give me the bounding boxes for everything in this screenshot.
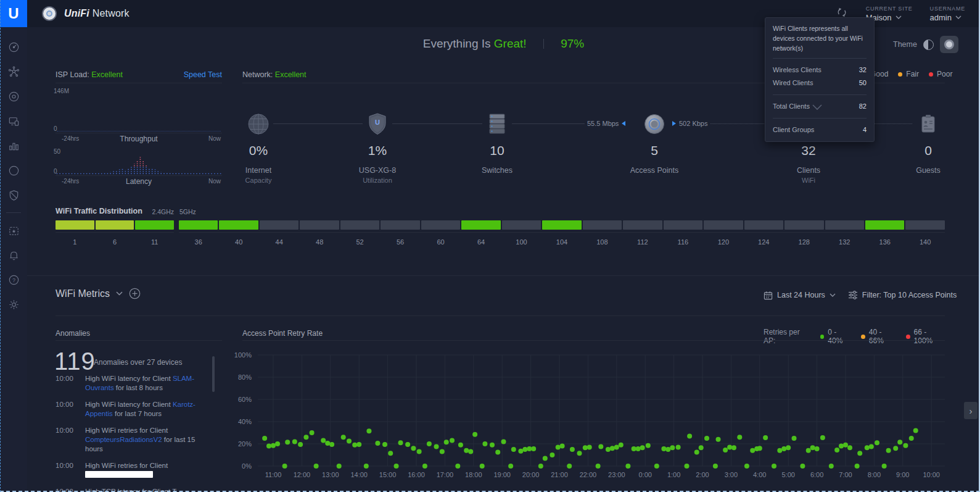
gateway-shield-icon[interactable]: U <box>364 110 391 138</box>
switch-stack-icon[interactable] <box>484 110 511 138</box>
svg-text:19:00: 19:00 <box>493 471 511 478</box>
rate-in-value: 55.5 Mbps <box>587 120 619 127</box>
logo-letter: U <box>8 5 19 22</box>
node-sublabel: Capacity <box>215 177 302 184</box>
anomaly-row: 10:00High WiFi retries for Client Compte… <box>56 426 211 454</box>
access-point-logo-icon <box>42 6 57 21</box>
channel-60: 60 <box>421 220 460 246</box>
status-divider <box>543 39 544 49</box>
sidebar-item-map[interactable] <box>0 158 27 183</box>
band-5g-label: 5GHz <box>179 208 196 215</box>
throughput-ymax: 146M <box>54 88 69 94</box>
legend-dot <box>929 72 933 77</box>
anomaly-row: 10:00High WiFi retries for Client <box>56 461 211 480</box>
channel-116: 116 <box>664 220 702 246</box>
sidebar-item-events[interactable] <box>0 218 27 243</box>
theme-dark-button[interactable] <box>940 36 958 53</box>
channel-104: 104 <box>542 220 581 246</box>
svg-text:20:00: 20:00 <box>522 471 540 478</box>
wifi-traffic-title: WiFi Traffic Distribution <box>56 207 142 215</box>
svg-text:5:00: 5:00 <box>781 471 794 478</box>
y-tick: 60% <box>220 396 252 403</box>
access-point-icon[interactable] <box>641 110 668 138</box>
chevron-down-icon <box>896 15 902 19</box>
svg-text:7:00: 7:00 <box>839 471 852 478</box>
channel-52: 52 <box>340 220 379 246</box>
svg-text:3:00: 3:00 <box>725 471 738 478</box>
sidebar-item-dashboard[interactable] <box>0 35 27 59</box>
legend-dot <box>861 335 865 339</box>
svg-text:?: ? <box>12 277 15 283</box>
sidebar-item-statistics[interactable] <box>0 133 27 158</box>
channel-112: 112 <box>623 220 662 246</box>
quality-legend: GoodFairPoor <box>862 70 952 78</box>
add-widget-icon[interactable] <box>129 288 141 299</box>
ap-filter-value: Filter: Top 10 Access Points <box>862 291 957 299</box>
internet-globe-icon[interactable] <box>245 110 272 138</box>
isp-load-header: ISP Load: Excellent <box>56 70 123 79</box>
sidebar-item-insights[interactable] <box>0 183 27 207</box>
sidebar-item-topology[interactable] <box>0 59 27 84</box>
time-range-selector[interactable]: Last 24 Hours <box>764 291 836 300</box>
svg-text:18:00: 18:00 <box>465 471 482 478</box>
rate-out-value: 502 Kbps <box>679 120 707 127</box>
theme-light-icon[interactable] <box>923 40 934 50</box>
legend-item: 40 - 66% <box>861 328 896 345</box>
brand: UniFi Network <box>42 0 130 27</box>
channel-36: 36 <box>179 220 218 246</box>
theme-control: Theme <box>893 36 958 53</box>
svg-text:22:00: 22:00 <box>580 471 597 478</box>
chevron-down-icon <box>830 293 836 297</box>
network-title: Network: <box>242 70 273 79</box>
tooltip-row: Wireless Clients 32 <box>773 64 867 77</box>
sidebar-item-alerts[interactable] <box>0 243 27 267</box>
node-label: Internet <box>215 166 302 175</box>
sidebar-item-help[interactable]: ? <box>0 267 27 292</box>
node-label: Access Points <box>611 166 698 175</box>
ap-upload-rate: 502 Kbps <box>672 120 707 127</box>
channel-108: 108 <box>583 220 622 246</box>
sidebar-item-devices[interactable] <box>0 84 27 109</box>
channel-124: 124 <box>744 220 783 246</box>
svg-text:11:00: 11:00 <box>265 471 282 478</box>
svg-text:17:00: 17:00 <box>437 471 454 478</box>
channel-44: 44 <box>260 220 299 246</box>
sidebar-item-settings[interactable] <box>0 292 27 317</box>
switches-count: 10 <box>460 143 534 158</box>
clients-count: 32 <box>772 143 846 158</box>
y-tick: 40% <box>220 418 252 425</box>
svg-text:8:00: 8:00 <box>868 471 881 478</box>
anomalies-scrollbar[interactable] <box>212 356 215 392</box>
sidebar-item-clients[interactable] <box>0 109 27 133</box>
user-menu[interactable]: USERNAME admin <box>930 6 965 22</box>
guests-badge-icon[interactable] <box>915 110 942 138</box>
wifi-metrics-header[interactable]: WiFi Metrics <box>56 288 141 299</box>
anomaly-time: 10:00 <box>56 400 79 419</box>
isp-load-title: ISP Load: <box>56 70 89 79</box>
access-points-count: 5 <box>617 143 691 158</box>
ap-filter[interactable]: Filter: Top 10 Access Points <box>848 290 957 300</box>
guests-count: 0 <box>891 143 965 158</box>
anomaly-text: High TCP latency for Client TNote 8 Pro … <box>85 487 211 492</box>
client-link[interactable]: CompteursRadiationsV2 <box>85 436 162 443</box>
svg-text:9:00: 9:00 <box>896 471 909 478</box>
channels-2g-baseline <box>56 232 174 233</box>
channel-11: 11 <box>135 220 174 246</box>
anomaly-time: 10:00 <box>56 374 79 393</box>
y-tick: 80% <box>220 373 252 381</box>
channel-40: 40 <box>219 220 258 246</box>
retry-legend-items: 0 - 40%40 - 66%66 - 100% <box>820 328 945 345</box>
arrow-right-icon <box>672 121 676 126</box>
status-prefix: Everything Is <box>423 37 491 50</box>
theme-dark-icon <box>944 40 954 49</box>
ubiquiti-logo[interactable]: U <box>0 0 27 27</box>
latency-axis <box>56 175 222 176</box>
chart-next-button[interactable]: › <box>964 402 978 419</box>
tooltip-row: Wired Clients 50 <box>773 77 867 90</box>
channel-120: 120 <box>704 220 743 246</box>
speed-test-link[interactable]: Speed Test <box>154 70 222 79</box>
anomalies-count: 119 <box>54 348 96 375</box>
anomalies-title: Anomalies <box>56 329 90 338</box>
throughput-series <box>57 131 221 131</box>
y-tick: 0% <box>220 462 252 470</box>
